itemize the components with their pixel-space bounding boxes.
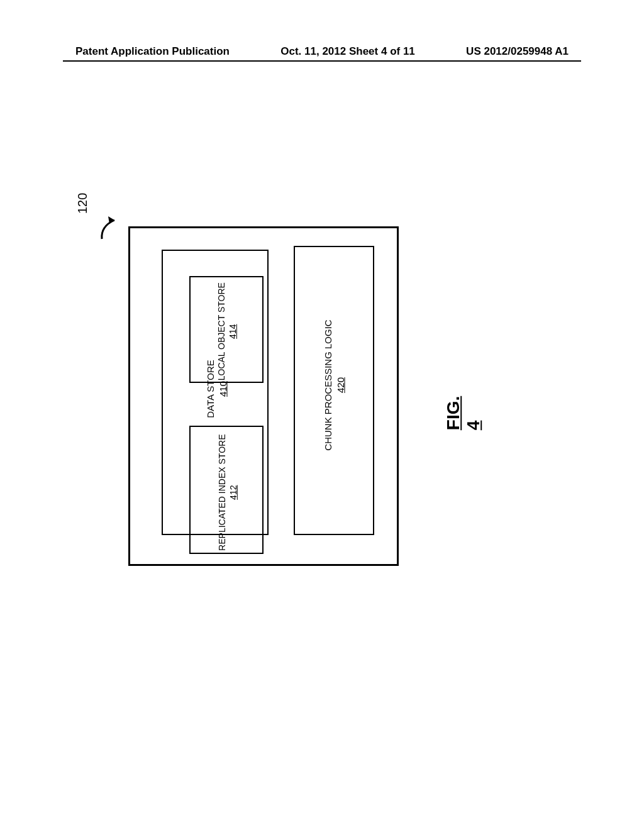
chunk-processing-box: CHUNK PROCESSING LOGIC 420	[294, 246, 374, 535]
chunk-title-text: CHUNK PROCESSING LOGIC	[323, 319, 333, 450]
main-container-box: DATA STORE 410 LOCAL OBJECT STORE 414 RE…	[128, 226, 399, 566]
local-object-label: LOCAL OBJECT STORE 414	[216, 275, 238, 388]
data-store-box: DATA STORE 410 LOCAL OBJECT STORE 414 RE…	[162, 250, 269, 535]
header-right: US 2012/0259948 A1	[466, 45, 569, 58]
chunk-processing-label: CHUNK PROCESSING LOGIC 420	[322, 304, 347, 467]
header-left: Patent Application Publication	[75, 45, 230, 58]
chunk-number: 420	[335, 377, 345, 393]
header-center: Oct. 11, 2012 Sheet 4 of 11	[280, 45, 415, 58]
replicated-index-title-text: REPLICATED INDEX STORE	[217, 434, 227, 550]
figure-label: FIG. 4	[443, 396, 484, 430]
figure-area: 120 DATA STORE 410 LOCAL OBJECT STORE 41…	[88, 226, 440, 591]
header-divider	[63, 60, 581, 62]
replicated-index-label: REPLICATED INDEX STORE 412	[216, 426, 239, 558]
local-object-number: 414	[228, 324, 238, 339]
replicated-index-box: REPLICATED INDEX STORE 412	[189, 426, 264, 554]
local-object-title-text: LOCAL OBJECT STORE	[216, 282, 226, 380]
local-object-store-box: LOCAL OBJECT STORE 414	[189, 276, 264, 383]
replicated-index-number: 412	[228, 485, 238, 500]
page-header: Patent Application Publication Oct. 11, …	[0, 45, 644, 58]
reference-number: 120	[75, 193, 90, 214]
